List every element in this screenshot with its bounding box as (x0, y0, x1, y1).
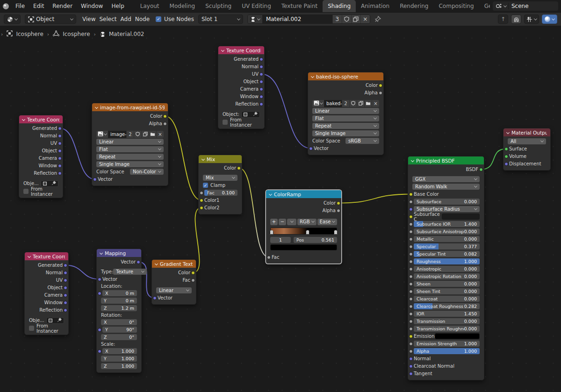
socket-reflection[interactable] (58, 171, 62, 175)
slider-widget[interactable]: Specular Tint0.082 (414, 251, 480, 257)
socket-surface[interactable] (504, 147, 508, 151)
slider-widget[interactable]: Clearcoat0.000 (414, 296, 480, 302)
socket-reflection[interactable] (259, 102, 263, 106)
socket-bsdf[interactable] (479, 168, 483, 171)
image-name-field[interactable]: baked-iso-s... (324, 100, 342, 107)
remove-stop-button[interactable]: − (279, 219, 286, 225)
material-name-field[interactable]: Material.002 (262, 15, 332, 23)
material-browse-button[interactable] (248, 15, 262, 23)
socket-normal[interactable] (64, 271, 67, 275)
socket-subsurface-c[interactable] (409, 215, 413, 219)
object-field[interactable] (46, 317, 64, 324)
socket-vector[interactable] (93, 178, 97, 181)
slider-widget[interactable]: Transmission0.000 (414, 318, 480, 324)
socket-color[interactable] (191, 271, 195, 275)
checkbox-use-nodes[interactable]: ✓ (156, 16, 161, 22)
select-non-color[interactable]: Non-Color (130, 169, 164, 175)
tab-geometry-nodes[interactable]: Geometry Nodes (479, 0, 490, 12)
socket-y[interactable] (98, 328, 101, 332)
node-header[interactable]: Mix (199, 155, 242, 163)
material-users-count[interactable]: 3 (332, 15, 342, 23)
socket-camera[interactable] (64, 293, 67, 297)
field-widget[interactable]: X0 m (102, 290, 137, 296)
checkbox-icon[interactable]: ✓ (203, 183, 208, 188)
socket-normal[interactable] (58, 134, 62, 138)
socket-anisotropic-rotation[interactable] (409, 275, 413, 278)
socket-color1[interactable] (200, 199, 203, 202)
use-nodes-toggle[interactable]: ✓ Use Nodes (156, 16, 194, 22)
field-widget[interactable]: Y1.000 (101, 356, 137, 362)
menu-view[interactable]: View (80, 16, 97, 22)
socket-vectorout[interactable] (137, 260, 140, 264)
socket-specular-tint[interactable] (409, 252, 413, 256)
node-material-output-out[interactable]: Material OutputAllSurfaceVolumeDisplacem… (503, 128, 551, 171)
slider-widget[interactable]: Metallic0.000 (414, 236, 480, 242)
select-linear[interactable]: Linear (312, 108, 379, 114)
socket-subsurface-radius[interactable] (409, 207, 413, 211)
breadcrumb-item-icosphere-0[interactable]: Icosphere (7, 30, 43, 38)
select-flat[interactable]: Flat (96, 146, 164, 152)
socket-emission-strength[interactable] (409, 342, 413, 346)
object-field[interactable] (41, 180, 58, 187)
menu-edit[interactable]: Edit (29, 0, 48, 12)
socket-x[interactable] (98, 349, 101, 353)
image-browse-button[interactable] (96, 131, 108, 138)
socket-color[interactable] (379, 84, 382, 87)
unlink-material-button[interactable]: × (360, 15, 370, 23)
socket-vector[interactable] (309, 147, 313, 150)
ramp-stop-1[interactable] (306, 230, 309, 235)
open-image-button[interactable] (149, 131, 156, 138)
menu-file[interactable]: File (11, 0, 29, 12)
socket-clearcoat[interactable] (409, 297, 413, 301)
collapse-region-chevron[interactable]: › (1, 31, 3, 37)
socket-ior[interactable] (409, 312, 413, 316)
slider-widget[interactable]: Clearcoat Roughness0.282 (414, 303, 480, 309)
stop-options-button[interactable] (287, 219, 296, 225)
socket-anisotropic[interactable] (409, 267, 413, 271)
socket-object[interactable] (259, 80, 263, 84)
node-header[interactable]: image-from-rawpixel-id-595138-jpe... (92, 103, 168, 111)
checkbox-icon[interactable] (223, 120, 228, 125)
socket-transmission-roughness[interactable] (409, 327, 413, 331)
duplicate-image-button[interactable] (357, 100, 364, 107)
socket-object[interactable] (64, 286, 67, 290)
node-colorramp-ramp[interactable]: ColorRampColorAlpha+−RGBEase1Pos0.561Fac (266, 190, 342, 264)
select-ggx[interactable]: GGX (412, 176, 480, 182)
interpolation-select[interactable]: Ease (317, 219, 338, 225)
menu-add[interactable]: Add (119, 16, 133, 22)
node-header[interactable]: Texture Coordinate (218, 46, 264, 54)
fake-user-button[interactable] (349, 100, 357, 107)
shading-preview-select[interactable] (542, 14, 557, 24)
socket-sheen[interactable] (409, 282, 413, 286)
socket-vector[interactable] (153, 296, 157, 300)
socket-object[interactable] (58, 149, 62, 153)
menu-help[interactable]: Help (107, 0, 128, 12)
breadcrumb-item-icosphere-1[interactable]: Icosphere (53, 30, 90, 38)
select-random-walk[interactable]: Random Walk (412, 184, 480, 190)
material-slot-select[interactable]: Slot 1 (198, 14, 243, 24)
node-texture-coordinate-tc3[interactable]: Texture CoordinateGeneratedNormalUVObjec… (24, 252, 69, 335)
socket-metallic[interactable] (409, 237, 413, 241)
socket-reflection[interactable] (64, 308, 67, 312)
node-principled-bsdf-bsdf[interactable]: Principled BSDFBSDFGGXRandom WalkBase Co… (408, 156, 484, 380)
slider-widget[interactable]: Specular0.377 (414, 243, 480, 249)
tab-modeling[interactable]: Modeling (165, 0, 201, 12)
color-mode-select[interactable]: RGB (297, 219, 316, 225)
snap-target-select[interactable] (524, 14, 539, 24)
slider-widget[interactable]: Sheen0.000 (414, 281, 480, 287)
tab-compositing[interactable]: Compositing (433, 0, 479, 12)
tab-texture-paint[interactable]: Texture Paint (276, 0, 323, 12)
socket-x[interactable] (98, 292, 101, 295)
socket-fac[interactable] (267, 256, 271, 259)
fake-user-button[interactable] (134, 131, 141, 138)
ramp-stop-0[interactable] (270, 230, 273, 235)
socket-generated[interactable] (259, 57, 263, 61)
node-header[interactable]: ColorRamp (266, 190, 341, 198)
ramp-stop-2[interactable] (334, 230, 338, 235)
slider-widget[interactable]: Emission Strength1.000 (414, 341, 480, 347)
socket-emission[interactable] (409, 335, 413, 338)
node-header[interactable]: Texture Coordinate (25, 252, 68, 260)
object-field[interactable] (241, 111, 260, 118)
field-widget[interactable]: Y90° (102, 327, 137, 333)
tab-layout[interactable]: Layout (135, 0, 165, 12)
